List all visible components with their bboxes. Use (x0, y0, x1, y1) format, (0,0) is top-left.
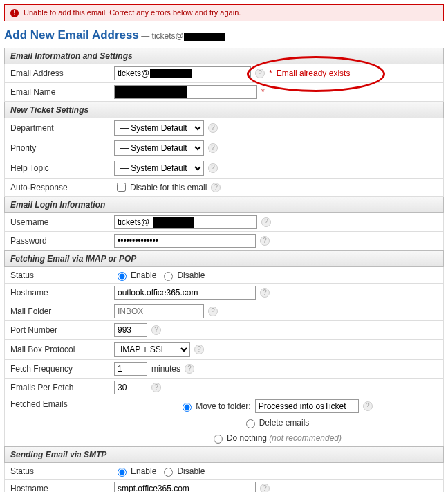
help-topic-select[interactable]: — System Default — (114, 161, 204, 176)
label-per-fetch: Emails Per Fetch (10, 383, 114, 392)
help-icon[interactable]: ? (208, 163, 218, 173)
label-username: Username (10, 217, 114, 227)
move-to-folder-radio-label[interactable]: Move to folder: (179, 401, 250, 412)
label-fetch-frequency: Fetch Frequency (10, 364, 114, 374)
help-icon[interactable]: ? (208, 143, 218, 153)
auto-response-checkbox-label[interactable]: Disable for this email (114, 181, 207, 194)
priority-select[interactable]: — System Default — (114, 140, 204, 156)
email-name-input[interactable] (187, 86, 256, 98)
delete-emails-radio-label[interactable]: Delete emails (243, 417, 310, 428)
label-fetch-status: Status (10, 271, 114, 280)
required-asterisk: * (261, 87, 265, 97)
error-icon: ! (10, 9, 19, 17)
label-email-address: Email Address (10, 69, 114, 78)
help-icon[interactable]: ? (208, 123, 218, 133)
help-icon[interactable]: ? (363, 401, 373, 411)
smtp-disable-radio[interactable] (164, 468, 173, 477)
label-mail-folder: Mail Folder (10, 307, 114, 316)
fetch-disable-radio[interactable] (164, 272, 173, 281)
move-to-folder-radio[interactable] (183, 403, 192, 412)
smtp-disable-radio-label[interactable]: Disable (160, 466, 205, 477)
label-priority: Priority (10, 143, 114, 153)
label-mailbox-protocol: Mail Box Protocol (10, 345, 114, 354)
required-asterisk: * (269, 69, 272, 78)
help-icon[interactable]: ? (151, 383, 161, 392)
mail-folder-input[interactable] (114, 304, 204, 318)
page-header: Add New Email Address — tickets@ (4, 26, 444, 48)
smtp-enable-radio[interactable] (118, 468, 127, 477)
help-icon[interactable]: ? (208, 307, 218, 316)
label-fetch-hostname: Hostname (10, 288, 114, 298)
section-ticket: New Ticket Settings (4, 102, 444, 118)
label-auto-response: Auto-Response (10, 183, 114, 192)
error-banner: ! Unable to add this email. Correct any … (4, 4, 444, 21)
help-icon[interactable]: ? (255, 69, 265, 78)
smtp-hostname-input[interactable] (114, 482, 256, 492)
section-login: Email Login Information (4, 197, 444, 213)
department-select[interactable]: — System Default — (114, 120, 204, 136)
label-smtp-hostname: Hostname (10, 484, 114, 492)
help-icon[interactable]: ? (151, 325, 161, 335)
label-smtp-status: Status (10, 466, 114, 476)
label-email-name: Email Name (10, 87, 114, 97)
fetch-enable-radio[interactable] (118, 272, 127, 281)
help-icon[interactable]: ? (194, 345, 204, 354)
auto-response-checkbox[interactable] (117, 183, 126, 192)
email-error-text: Email already exists (277, 69, 351, 78)
section-fetch: Fetching Email via IMAP or POP (4, 250, 444, 267)
label-fetched-emails: Fetched Emails (10, 399, 114, 409)
redacted-domain (184, 33, 225, 41)
fetch-hostname-input[interactable] (114, 286, 256, 300)
help-icon[interactable]: ? (260, 236, 270, 246)
label-department: Department (10, 123, 114, 133)
section-email-info: Email Information and Settings (4, 48, 444, 64)
redacted-username (153, 217, 194, 228)
delete-emails-radio[interactable] (246, 419, 255, 428)
section-send: Sending Email via SMTP (4, 446, 444, 463)
minutes-label: minutes (151, 364, 180, 374)
label-password: Password (10, 236, 114, 246)
do-nothing-radio[interactable] (214, 435, 223, 444)
fetch-port-input[interactable] (114, 323, 147, 337)
page-subtitle: — tickets@ (141, 31, 225, 41)
do-nothing-radio-label[interactable]: Do nothing (not recommended) (210, 432, 342, 444)
smtp-enable-radio-label[interactable]: Enable (114, 466, 156, 477)
help-icon[interactable]: ? (261, 217, 271, 227)
help-icon[interactable]: ? (185, 364, 194, 374)
help-icon[interactable]: ? (260, 288, 270, 298)
email-address-input[interactable] (115, 67, 153, 80)
username-input[interactable] (115, 216, 153, 228)
fetch-frequency-input[interactable] (114, 362, 147, 376)
label-fetch-port: Port Number (10, 325, 114, 335)
protocol-select[interactable]: IMAP + SSL (114, 342, 190, 357)
password-input[interactable] (114, 234, 256, 248)
move-folder-input[interactable] (255, 399, 359, 413)
per-fetch-input[interactable] (114, 381, 147, 394)
redacted-email-name (115, 86, 187, 98)
error-text: Unable to add this email. Correct any er… (24, 8, 241, 17)
fetch-disable-radio-label[interactable]: Disable (160, 270, 205, 281)
label-help-topic: Help Topic (10, 163, 114, 173)
page-title: Add New Email Address (4, 28, 139, 42)
help-icon[interactable]: ? (260, 484, 270, 492)
help-icon[interactable]: ? (211, 183, 221, 192)
redacted-email-domain (150, 69, 192, 78)
fetch-enable-radio-label[interactable]: Enable (114, 270, 156, 281)
